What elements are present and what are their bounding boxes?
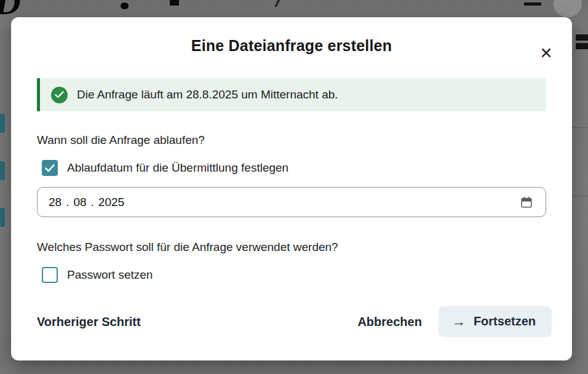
background-artifact: [121, 2, 129, 9]
grid-icon: [576, 34, 588, 52]
close-icon[interactable]: ✕: [535, 42, 557, 64]
background-artifact: [170, 0, 179, 6]
background-divider: [571, 196, 588, 196]
password-checkbox[interactable]: [42, 267, 58, 283]
background-button-edge: [0, 114, 5, 133]
calendar-icon[interactable]: [518, 194, 534, 210]
arrow-right-icon: →: [452, 315, 466, 328]
create-file-request-dialog: Eine Dateianfrage erstellen ✕ Die Anfrag…: [11, 17, 572, 360]
expiry-date-input[interactable]: 28 . 08 . 2025: [37, 187, 546, 217]
previous-step-button[interactable]: Vorheriger Schritt: [37, 315, 141, 329]
expiry-date-value: 28 . 08 . 2025: [49, 196, 124, 209]
background-button-edge: [0, 161, 5, 180]
avatar: [554, 0, 582, 17]
background-button-edge: [0, 208, 5, 227]
password-checkbox-row[interactable]: Passwort setzen: [42, 267, 546, 283]
banner-message: Die Anfrage läuft am 28.8.2025 um Mitter…: [77, 88, 338, 101]
date-month[interactable]: 08: [73, 196, 86, 209]
background-artifact: [274, 0, 280, 7]
expiry-success-banner: Die Anfrage läuft am 28.8.2025 um Mitter…: [37, 78, 546, 111]
expiry-question: Wann soll die Anfrage ablaufen?: [37, 133, 546, 147]
date-separator: .: [66, 196, 69, 209]
background-divider: [571, 127, 588, 128]
password-question: Welches Passwort soll für die Anfrage ve…: [37, 241, 546, 254]
menu-icon: [524, 0, 541, 9]
dialog-footer: Vorheriger Schritt Abbrechen → Fortsetze…: [37, 306, 552, 337]
footer-actions: Abbrechen → Fortsetzen: [357, 306, 552, 337]
password-checkbox-label: Passwort setzen: [67, 268, 153, 282]
check-circle-icon: [51, 87, 68, 103]
expiry-checkbox-label: Ablaufdatum für die Übermittlung festleg…: [67, 161, 288, 175]
continue-button[interactable]: → Fortsetzen: [439, 306, 552, 337]
expiry-checkbox-row[interactable]: Ablaufdatum für die Übermittlung festleg…: [42, 160, 546, 176]
expiry-checkbox[interactable]: [42, 160, 58, 176]
date-day[interactable]: 28: [49, 196, 62, 209]
date-separator: .: [91, 196, 94, 209]
dialog-title: Eine Dateianfrage erstellen: [37, 37, 546, 55]
cancel-button[interactable]: Abbrechen: [357, 315, 421, 329]
continue-button-label: Fortsetzen: [474, 314, 536, 328]
date-year[interactable]: 2025: [98, 196, 124, 209]
